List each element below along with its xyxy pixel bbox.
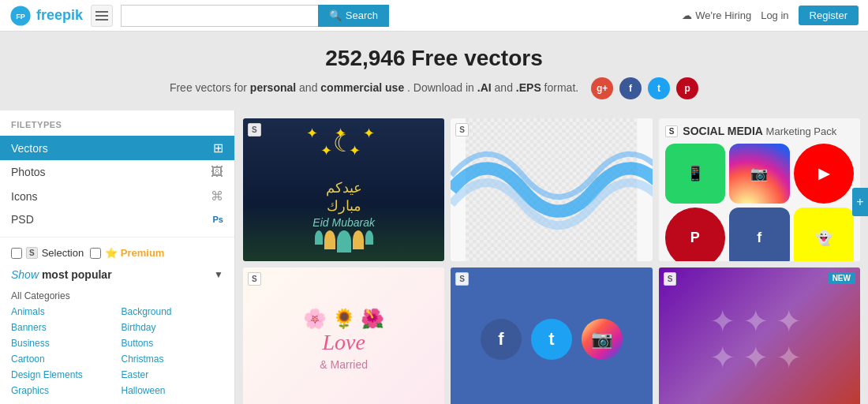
whatsapp-icon: 📱: [665, 144, 725, 204]
facebook-grid-icon: f: [729, 208, 789, 261]
search-bar: 🔍 Search: [121, 5, 389, 27]
category-background[interactable]: Background: [122, 305, 224, 319]
hero-and: and: [299, 81, 320, 94]
category-halloween[interactable]: Halloween: [122, 383, 224, 398]
sidebar-item-icons[interactable]: Icons ⌘: [0, 184, 234, 208]
freepik-logo-icon: FP: [9, 5, 32, 27]
photos-icon: 🖼: [211, 165, 223, 179]
twitter-icon[interactable]: t: [648, 77, 670, 99]
categories-grid: All Categories Animals Background Banner…: [0, 289, 234, 398]
hero-subtitle-pre: Free vectors for: [170, 81, 250, 94]
selection-checkbox-label[interactable]: S Selection: [11, 247, 84, 259]
psd-icon: Ps: [213, 215, 223, 224]
hero-ai: .AI: [477, 81, 492, 94]
we-hiring-text: We're Hiring: [695, 9, 751, 21]
premium-checkbox-label[interactable]: ⭐ Premium: [90, 247, 164, 259]
category-business[interactable]: Business: [11, 336, 114, 350]
hero-end: format.: [544, 81, 579, 94]
search-input[interactable]: [121, 5, 318, 27]
premium-label: ⭐ Premium: [105, 247, 164, 259]
hero-section: 252,946 Free vectors Free vectors for pe…: [0, 32, 868, 110]
we-hiring-link[interactable]: ☁ We're Hiring: [682, 9, 751, 21]
svg-text:FP: FP: [16, 13, 25, 21]
filetypes-label: FILETYPES: [0, 120, 234, 136]
logo-text: freepik: [36, 7, 83, 24]
category-graphics[interactable]: Graphics: [11, 383, 114, 398]
card-fbsocial-badge: S: [455, 272, 469, 286]
category-banners[interactable]: Banners: [11, 320, 114, 335]
social-header-text: SOCIAL MEDIA Marketing Pack: [683, 125, 836, 137]
fb-icons-row: f t 📷: [481, 319, 623, 360]
icons-label: Icons: [11, 190, 37, 203]
eid-subtitle: Eid Mubarak: [251, 216, 436, 229]
hero-eps: .EPS: [516, 81, 541, 94]
hero-subtitle: Free vectors for personal and commercial…: [0, 77, 868, 99]
facebook-icon[interactable]: f: [619, 77, 642, 99]
hero-and2: and: [495, 81, 516, 94]
vectors-label: Vectors: [11, 142, 48, 155]
selection-checkbox[interactable]: [11, 248, 22, 259]
category-animals[interactable]: Animals: [11, 305, 114, 319]
category-christmas[interactable]: Christmas: [122, 352, 224, 366]
register-button[interactable]: Register: [799, 6, 859, 25]
hamburger-line1: [95, 11, 108, 13]
card-eid[interactable]: S ✦ ✦ ✦ ✦ ✦ ☾ عيدكممبارك Eid Mubarak: [243, 118, 444, 261]
premium-checkbox[interactable]: [90, 248, 101, 259]
eid-domes: [251, 230, 436, 252]
category-design-elements[interactable]: Design Elements: [11, 368, 114, 382]
category-buttons[interactable]: Buttons: [122, 336, 224, 350]
header-right: ☁ We're Hiring Log in Register: [682, 6, 859, 25]
fb-icon: f: [481, 319, 522, 360]
category-birthday[interactable]: Birthday: [122, 320, 224, 335]
googleplus-icon[interactable]: g+: [591, 77, 613, 99]
vectors-icon: ⊞: [213, 140, 223, 155]
search-button[interactable]: 🔍 Search: [318, 5, 389, 27]
card-new-badge: NEW: [828, 272, 855, 284]
selection-row: S Selection ⭐ Premium: [0, 244, 234, 265]
all-categories-item[interactable]: All Categories: [11, 289, 223, 303]
show-italic: Show: [11, 268, 39, 281]
social-card-header: S SOCIAL MEDIA Marketing Pack: [665, 125, 854, 137]
love-content: 🌸 🌻 🌺 Love & Married: [303, 308, 384, 371]
show-popular-text: Show most popular: [11, 268, 112, 281]
pinterest-icon[interactable]: p: [676, 77, 698, 99]
purple-pattern: ✦✦✦✦✦✦: [709, 303, 809, 376]
right-handle[interactable]: +: [852, 188, 868, 216]
social-icons-grid: 📱 📷 ▶ P f 👻 G+ in t: [665, 144, 854, 261]
content-grid: S ✦ ✦ ✦ ✦ ✦ ☾ عيدكممبارك Eid Mubarak S: [235, 110, 868, 404]
love-flowers: 🌸 🌻 🌺: [303, 308, 384, 330]
card-love-badge: S: [248, 272, 261, 286]
card-purple[interactable]: S NEW ✦✦✦✦✦✦: [659, 267, 860, 404]
card-wave[interactable]: S: [451, 118, 652, 261]
logo[interactable]: FP freepik: [9, 5, 83, 27]
hamburger-line2: [95, 15, 108, 17]
photos-label: Photos: [11, 166, 46, 178]
hero-commercial: commercial use: [320, 81, 404, 94]
category-easter[interactable]: Easter: [122, 368, 224, 382]
ig-icon: 📷: [582, 319, 623, 360]
sidebar-divider: [0, 237, 234, 238]
main-area: FILETYPES Vectors ⊞ Photos 🖼 Icons ⌘ PSD…: [0, 110, 868, 404]
card-fb-social[interactable]: S f t 📷: [451, 267, 652, 404]
login-link[interactable]: Log in: [761, 9, 788, 21]
love-sub: & Married: [303, 358, 384, 371]
sidebar-item-photos[interactable]: Photos 🖼: [0, 160, 234, 184]
icons-icon: ⌘: [211, 189, 223, 204]
hero-title: 252,946 Free vectors: [0, 46, 868, 71]
snapchat-icon: 👻: [794, 208, 854, 261]
tw-icon: t: [531, 319, 572, 360]
card-social-media[interactable]: S SOCIAL MEDIA Marketing Pack 📱 📷 ▶ P f …: [659, 118, 860, 261]
wave-svg: [451, 118, 652, 261]
card-love[interactable]: S 🌸 🌻 🌺 Love & Married: [243, 267, 444, 404]
sidebar-item-psd[interactable]: PSD Ps: [0, 208, 234, 230]
hamburger-button[interactable]: [91, 5, 113, 27]
sidebar-item-vectors[interactable]: Vectors ⊞: [0, 136, 234, 160]
card-purple-badge: S: [664, 272, 677, 286]
social-icons: g+ f t p: [591, 77, 698, 99]
card-wave-badge: S: [455, 123, 469, 137]
instagram-icon: 📷: [729, 144, 789, 204]
hero-personal: personal: [250, 81, 296, 94]
show-popular-row[interactable]: Show most popular ▼: [0, 265, 234, 289]
category-cartoon[interactable]: Cartoon: [11, 352, 114, 366]
hamburger-line3: [95, 19, 108, 21]
